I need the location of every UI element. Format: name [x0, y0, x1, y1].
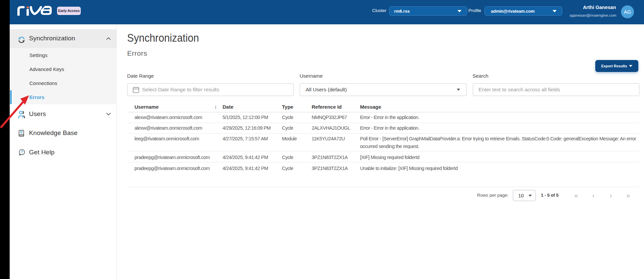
svg-text:?: ?: [21, 150, 23, 154]
